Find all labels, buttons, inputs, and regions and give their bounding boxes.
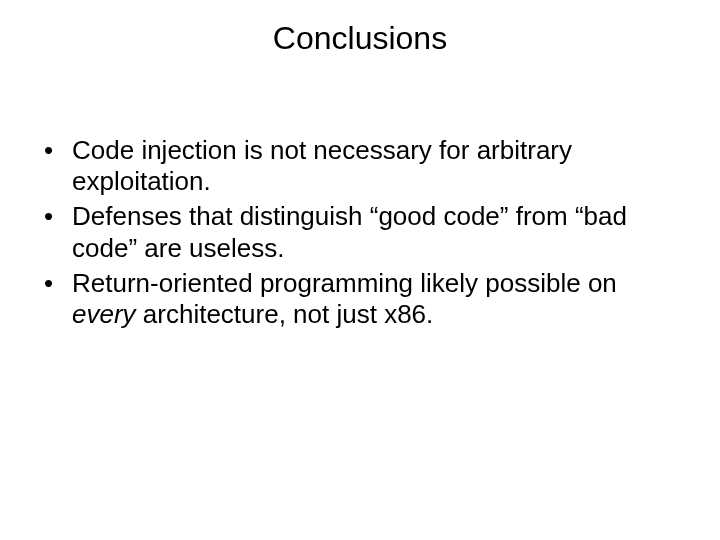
slide-title: Conclusions [0, 20, 720, 57]
bullet-text-pre: Return-oriented programming likely possi… [72, 268, 617, 298]
bullet-text: Code injection is not necessary for arbi… [72, 135, 572, 196]
list-item: • Return-oriented programming likely pos… [40, 268, 680, 330]
bullet-icon: • [44, 135, 53, 166]
slide-body: • Code injection is not necessary for ar… [40, 135, 680, 334]
slide: Conclusions • Code injection is not nece… [0, 0, 720, 540]
bullet-text-em: every [72, 299, 136, 329]
bullet-icon: • [44, 201, 53, 232]
bullet-icon: • [44, 268, 53, 299]
bullet-text: Defenses that distinguish “good code” fr… [72, 201, 627, 262]
bullet-list: • Code injection is not necessary for ar… [40, 135, 680, 330]
list-item: • Code injection is not necessary for ar… [40, 135, 680, 197]
list-item: • Defenses that distinguish “good code” … [40, 201, 680, 263]
bullet-text-post: architecture, not just x86. [136, 299, 434, 329]
